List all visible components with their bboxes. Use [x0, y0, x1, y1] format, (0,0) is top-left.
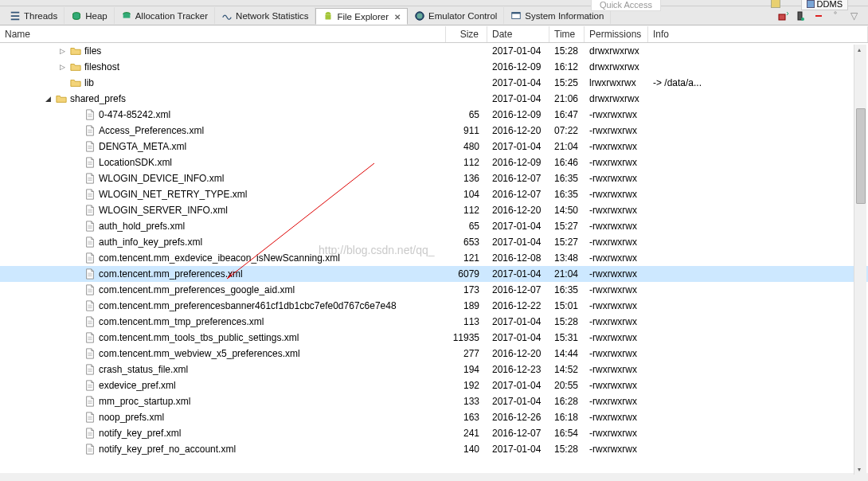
header-date[interactable]: Date	[487, 26, 549, 42]
cell-size: 65	[446, 109, 487, 120]
file-row[interactable]: WLOGIN_SERVER_INFO.xml1122016-12-2014:50…	[0, 202, 868, 218]
item-name: Access_Preferences.xml	[99, 125, 204, 136]
file-row[interactable]: 0-474-85242.xml652016-12-0916:47-rwxrwxr…	[0, 107, 868, 123]
header-permissions[interactable]: Permissions	[585, 26, 648, 42]
file-row[interactable]: mm_proc_startup.xml1332017-01-0416:28-rw…	[0, 393, 868, 409]
folder-icon	[70, 45, 81, 57]
pull-file-icon[interactable]	[777, 10, 790, 22]
cell-time: 15:28	[549, 45, 585, 57]
tab-label: File Explorer	[337, 12, 389, 22]
cell-time: 14:50	[549, 205, 585, 216]
tab-threads[interactable]: Threads	[3, 7, 65, 24]
tab-label: Emulator Control	[428, 11, 497, 21]
item-name: lib	[84, 77, 94, 88]
cell-perm: drwxrwxrwx	[585, 61, 648, 72]
cell-perm: -rwxrwxrwx	[585, 428, 648, 439]
sys-icon	[510, 10, 522, 22]
cell-date: 2016-12-09	[487, 61, 549, 72]
file-row[interactable]: WLOGIN_NET_RETRY_TYPE.xml1042016-12-0716…	[0, 186, 868, 202]
file-row[interactable]: notify_key_pref_no_account.xml1402017-01…	[0, 441, 868, 457]
cell-date: 2016-12-09	[487, 157, 549, 168]
cell-time: 16:18	[549, 412, 585, 423]
item-name: WLOGIN_SERVER_INFO.xml	[99, 205, 228, 216]
file-row[interactable]: notify_key_pref.xml2412016-12-0716:54-rw…	[0, 425, 868, 441]
file-icon	[84, 316, 96, 327]
delete-icon[interactable]	[812, 10, 825, 22]
expander-closed-icon[interactable]: ▷	[57, 62, 67, 72]
tab-allocation-tracker[interactable]: Allocation Tracker	[115, 7, 215, 24]
item-name: com.tencent.mm_preferences.xml	[99, 268, 243, 280]
ddms-icon	[807, 0, 815, 8]
cell-perm: -rwxrwxrwx	[585, 237, 648, 248]
item-name: crash_status_file.xml	[99, 364, 188, 375]
file-icon	[84, 380, 96, 391]
file-row[interactable]: WLOGIN_DEVICE_INFO.xml1362016-12-0716:35…	[0, 170, 868, 186]
file-row[interactable]: com.tencent.mm_preferences.xml60792017-0…	[0, 266, 868, 282]
cell-date: 2016-12-07	[487, 428, 549, 439]
item-name: DENGTA_META.xml	[99, 141, 186, 152]
cell-perm: -rwxrwxrwx	[585, 316, 648, 327]
file-row[interactable]: DENGTA_META.xml4802017-01-0421:04-rwxrwx…	[0, 139, 868, 154]
title-bar: Quick Access DDMS	[0, 0, 868, 6]
file-row[interactable]: com.tencent.mm_exdevice_ibeacon_isNewSca…	[0, 250, 868, 266]
file-icon	[84, 348, 96, 359]
new-folder-icon[interactable]	[830, 10, 843, 22]
quick-access-box[interactable]: Quick Access	[591, 0, 661, 11]
tab-network-statistics[interactable]: Network Statistics	[215, 7, 315, 24]
close-icon[interactable]: ✕	[394, 13, 401, 22]
file-row[interactable]: LocationSDK.xml1122016-12-0916:46-rwxrwx…	[0, 154, 868, 170]
cell-perm: -rwxrwxrwx	[585, 268, 648, 280]
file-row[interactable]: crash_status_file.xml1942016-12-2314:52-…	[0, 362, 868, 377]
file-row[interactable]: noop_prefs.xml1632016-12-2616:18-rwxrwxr…	[0, 409, 868, 425]
file-row[interactable]: com.tencent.mm_tools_tbs_public_settings…	[0, 330, 868, 346]
expander-closed-icon[interactable]: ▷	[57, 46, 67, 56]
folder-icon	[70, 77, 81, 88]
push-file-icon[interactable]	[795, 10, 807, 22]
perspective-open-icon[interactable]	[771, 0, 780, 8]
tab-label: System Information	[525, 11, 604, 21]
cell-size: 6079	[446, 268, 487, 280]
file-row[interactable]: auth_info_key_prefs.xml6532017-01-0415:2…	[0, 234, 868, 250]
cell-date: 2016-12-22	[487, 300, 549, 311]
view-menu-icon[interactable]: ▽	[847, 10, 860, 22]
file-row[interactable]: com.tencent.mm_webview_x5_preferences.xm…	[0, 346, 868, 362]
folder-row[interactable]: ◢shared_prefs2017-01-0421:06drwxrwxrwx	[0, 91, 868, 107]
file-row[interactable]: com.tencent.mm_tmp_preferences.xml113201…	[0, 314, 868, 330]
expander-none	[72, 301, 81, 311]
tab-file-explorer[interactable]: File Explorer✕	[315, 8, 408, 25]
file-row[interactable]: auth_hold_prefs.xml652017-01-0415:27-rwx…	[0, 218, 868, 234]
cell-perm: lrwxrwxrwx	[585, 77, 648, 88]
file-row[interactable]: exdevice_pref.xml1922017-01-0420:55-rwxr…	[0, 377, 868, 393]
file-row[interactable]: com.tencent.mm_preferences_google_aid.xm…	[0, 282, 868, 298]
tab-emulator-control[interactable]: Emulator Control	[408, 7, 504, 24]
cell-time: 15:27	[549, 221, 585, 232]
scrollbar-thumb[interactable]	[856, 108, 866, 204]
file-icon	[84, 109, 96, 120]
vertical-scrollbar[interactable]	[854, 45, 866, 475]
header-time[interactable]: Time	[549, 26, 585, 42]
header-name[interactable]: Name	[0, 26, 446, 42]
item-name: com.tencent.mm_tools_tbs_public_settings…	[99, 332, 299, 343]
file-row[interactable]: com.tencent.mm_preferencesbanner461cf1db…	[0, 298, 868, 314]
svg-point-11	[801, 18, 804, 21]
expander-none	[72, 397, 81, 406]
file-tree[interactable]: ▷files2017-01-0415:28drwxrwxrwx▷fileshos…	[0, 43, 868, 473]
cell-time: 16:47	[549, 109, 585, 120]
cell-date: 2017-01-04	[487, 380, 549, 391]
file-icon	[84, 189, 96, 200]
file-icon	[84, 268, 96, 280]
folder-row[interactable]: lib2017-01-0415:25lrwxrwxrwx-> /data/a..…	[0, 75, 868, 91]
expander-open-icon[interactable]: ◢	[43, 94, 53, 104]
expander-none	[72, 253, 81, 263]
tab-heap[interactable]: Heap	[65, 7, 115, 24]
item-name: noop_prefs.xml	[99, 412, 164, 423]
folder-row[interactable]: ▷files2017-01-0415:28drwxrwxrwx	[0, 43, 868, 59]
header-size[interactable]: Size	[446, 26, 487, 42]
header-info[interactable]: Info	[648, 26, 868, 42]
folder-row[interactable]: ▷fileshost2016-12-0916:12drwxrwxrwx	[0, 59, 868, 75]
cell-size: 277	[446, 348, 487, 359]
item-name: auth_hold_prefs.xml	[99, 221, 185, 232]
file-row[interactable]: Access_Preferences.xml9112016-12-2007:22…	[0, 123, 868, 139]
cell-date: 2017-01-04	[487, 77, 549, 88]
expander-none	[72, 333, 81, 342]
